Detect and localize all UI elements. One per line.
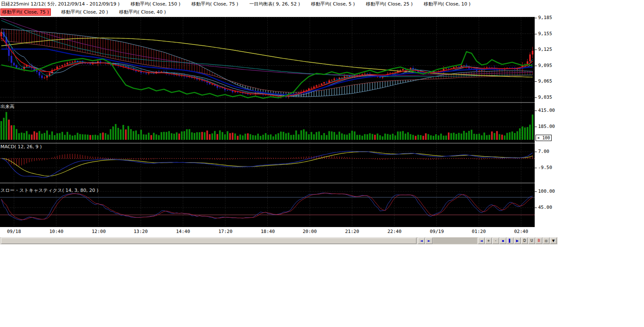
time-axis: 09/1810:4012:0013:2014:4017:2018:4020:00… xyxy=(0,227,535,237)
indicator-label[interactable]: 移動平均( Close, 75 ) xyxy=(192,1,239,7)
time-label: 14:40 xyxy=(173,229,193,234)
axis-tick-label: 45.00 xyxy=(538,205,552,210)
indicator-header: 日経225mini 12/12( 5分, 2012/09/14 - 2012/0… xyxy=(0,0,535,17)
axis-tick-mark xyxy=(535,34,537,34)
indicator-label[interactable]: 移動平均( Close, 5 ) xyxy=(311,1,355,7)
time-label: 18:40 xyxy=(258,229,278,234)
axis-tick-label: 9,185 xyxy=(538,15,552,20)
time-label: 21:20 xyxy=(342,229,362,234)
indicator-label[interactable]: 移動平均( Close, 10 ) xyxy=(424,1,471,7)
macd-pane-label: MACD( 12, 26, 9 ) xyxy=(0,144,42,150)
indicator-label[interactable]: 一目均衡表( 9, 26, 52 ) xyxy=(249,1,300,7)
axis-tick-mark xyxy=(535,97,537,98)
axis-tick-mark xyxy=(535,208,537,208)
indicator-label[interactable]: 移動平均( Close, 20 ) xyxy=(61,9,108,15)
time-label: 09/18 xyxy=(4,229,24,234)
axis-tick-label: 9,125 xyxy=(538,47,552,52)
axis-tick-label: 100.00 xyxy=(538,188,555,194)
volume-pane-label: 出来高 xyxy=(0,103,14,110)
time-label: 22:40 xyxy=(384,229,405,234)
time-label: 02:40 xyxy=(511,229,531,234)
axis-tick-mark xyxy=(535,50,537,50)
page-left-button[interactable]: ◄ xyxy=(478,238,485,244)
page-right-button[interactable]: ▶ xyxy=(514,238,521,244)
time-label: 09/19 xyxy=(427,229,447,234)
time-label: 12:00 xyxy=(89,229,109,234)
time-label: 17:20 xyxy=(215,229,236,234)
axis-tick-label: 9,065 xyxy=(538,78,552,84)
time-label: 13:20 xyxy=(130,229,151,234)
time-label: 01:20 xyxy=(469,229,489,234)
indicator-row-2: 移動平均( Close, 75 )移動平均( Close, 20 )移動平均( … xyxy=(0,8,535,16)
indicator-label[interactable]: 移動平均( Close, 150 ) xyxy=(130,1,180,7)
h-scrollbar[interactable]: ◄ ► ◄+-▪▌▶DUB◎▼ xyxy=(0,237,558,244)
chart-svg[interactable] xyxy=(0,17,535,227)
scroll-right-button[interactable]: ► xyxy=(425,238,433,244)
mode-d-button[interactable]: D xyxy=(521,238,528,244)
zoom-out-button[interactable]: - xyxy=(492,238,499,244)
scrollbar-track[interactable] xyxy=(433,238,477,244)
indicator-label[interactable]: 移動平均( Close, 75 ) xyxy=(1,9,50,15)
axis-tick-mark xyxy=(535,127,537,127)
zoom-in-button[interactable]: + xyxy=(485,238,492,244)
mode-u-button[interactable]: U xyxy=(528,238,535,244)
time-label: 10:40 xyxy=(46,229,67,234)
time-label: 20:00 xyxy=(300,229,320,234)
scroll-left-button[interactable]: ◄ xyxy=(418,238,425,244)
axis-tick-mark xyxy=(535,18,537,18)
axis-tick-label: 9,155 xyxy=(538,31,552,36)
axis-tick-label: 9,035 xyxy=(538,94,552,100)
axis-tick-mark xyxy=(535,152,537,152)
plot-area[interactable] xyxy=(0,17,535,227)
axis-tick-mark xyxy=(535,191,537,192)
indicator-label[interactable]: 移動平均( Close, 40 ) xyxy=(119,9,166,15)
desktop: 日経225mini 12/12( 5分, 2012/09/14 - 2012/0… xyxy=(0,0,644,327)
axis-tick-mark xyxy=(535,81,537,82)
chart-window: 日経225mini 12/12( 5分, 2012/09/14 - 2012/0… xyxy=(0,0,558,244)
axis-tick-label: 185.00 xyxy=(538,124,555,129)
axis-tick-label: 415.00 xyxy=(538,108,555,113)
axis-tick-mark xyxy=(535,66,537,66)
price-axis: × 100 9,1859,1559,1259,0959,0659,035415.… xyxy=(535,0,558,237)
bars-wide-button[interactable]: ▌ xyxy=(507,238,514,244)
toolbar-button-cluster: ◄+-▪▌▶DUB◎▼ xyxy=(478,238,557,244)
axis-tick-label: 7.00 xyxy=(538,149,550,154)
menu-button[interactable]: ▼ xyxy=(550,238,557,244)
axis-tick-label: 9,095 xyxy=(538,63,552,68)
stoch-pane-label: スロー・ストキャスティクス( 14, 3, 80, 20 ) xyxy=(0,187,98,194)
volume-multiplier-badge: × 100 xyxy=(536,135,552,141)
scrollbar-thumb[interactable] xyxy=(1,238,416,244)
target-button[interactable]: ◎ xyxy=(543,238,550,244)
indicator-label[interactable]: 日経225mini 12/12( 5分, 2012/09/14 - 2012/0… xyxy=(1,1,119,7)
indicator-row-1: 日経225mini 12/12( 5分, 2012/09/14 - 2012/0… xyxy=(0,0,535,8)
bars-narrow-button[interactable]: ▪ xyxy=(500,238,506,244)
indicator-label[interactable]: 移動平均( Close, 25 ) xyxy=(366,1,413,7)
mode-b-button[interactable]: B xyxy=(536,238,542,244)
axis-tick-label: -9.50 xyxy=(538,165,552,170)
axis-tick-mark xyxy=(535,168,537,168)
axis-tick-mark xyxy=(535,111,537,111)
